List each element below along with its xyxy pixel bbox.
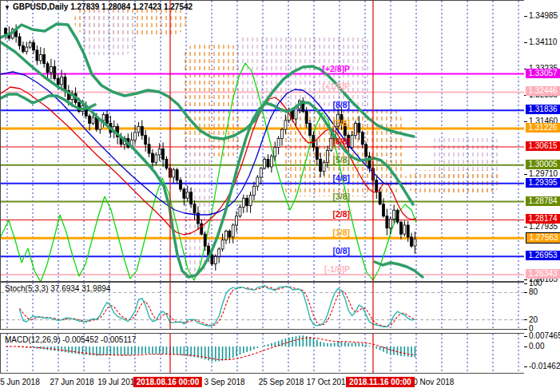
murrey-level-label: [-1/8]P bbox=[324, 264, 350, 274]
candlestick bbox=[375, 180, 378, 192]
candlestick bbox=[277, 138, 280, 147]
candlestick bbox=[383, 204, 385, 216]
candlestick bbox=[284, 121, 287, 129]
murrey-level-label: [2/8] bbox=[332, 209, 350, 219]
candlestick bbox=[326, 150, 328, 162]
candlestick bbox=[95, 117, 97, 129]
price-axis[interactable]: 1.349851.341101.332351.323551.314601.297… bbox=[524, 0, 560, 392]
candlestick bbox=[309, 124, 312, 136]
candlestick bbox=[414, 239, 416, 246]
candlestick bbox=[183, 189, 185, 198]
candlestick bbox=[190, 192, 193, 204]
candlestick bbox=[232, 225, 234, 237]
candlestick bbox=[264, 160, 266, 168]
candlestick bbox=[137, 126, 140, 132]
candlestick bbox=[61, 77, 63, 85]
price-level-badge: 1.30615 bbox=[526, 141, 560, 151]
candlestick bbox=[54, 66, 56, 78]
symbol-dropdown-arrow-icon[interactable]: ▼ bbox=[4, 4, 10, 11]
candlestick bbox=[270, 156, 272, 167]
chart-title: ▼GBPUSD,Daily 1.27839 1.28084 1.27423 1.… bbox=[4, 2, 193, 11]
candlestick bbox=[358, 124, 360, 133]
thistle-hatch-cloud bbox=[81, 10, 135, 55]
time-axis-label: 17 Oct 2018 bbox=[307, 378, 350, 386]
time-axis-event-badge: 2018.11.16 00:00 bbox=[346, 377, 415, 387]
candlestick bbox=[386, 216, 388, 228]
candlestick bbox=[89, 116, 91, 123]
candlestick bbox=[320, 160, 322, 172]
candlestick bbox=[305, 112, 308, 124]
candlestick bbox=[186, 192, 189, 198]
candlestick bbox=[379, 192, 381, 204]
candlestick bbox=[36, 50, 38, 61]
price-level-badge: 1.32446 bbox=[526, 86, 560, 96]
price-axis-label: 1.34985 bbox=[524, 11, 560, 20]
candlestick bbox=[64, 77, 66, 91]
candlestick bbox=[249, 195, 252, 205]
candlestick bbox=[361, 133, 363, 145]
candlestick bbox=[50, 66, 52, 72]
stochastic-panel[interactable]: Stoch(5,3,3) 37.6934 31.9894 bbox=[0, 282, 526, 330]
candlestick bbox=[323, 162, 325, 171]
candlestick bbox=[148, 145, 150, 153]
stochastic-label: Stoch(5,3,3) 37.6934 31.9894 bbox=[5, 284, 110, 293]
time-axis-label: 5 Jun 2018 bbox=[0, 378, 40, 386]
candlestick bbox=[355, 124, 357, 136]
candlestick bbox=[396, 210, 399, 222]
murrey-level-label: [+2/8]P bbox=[322, 64, 350, 73]
candlestick bbox=[165, 160, 168, 168]
murrey-level-label: [4/8] bbox=[332, 173, 350, 183]
candlestick bbox=[155, 155, 157, 162]
candlestick bbox=[316, 148, 318, 160]
candlestick bbox=[180, 180, 182, 189]
candlestick bbox=[393, 210, 395, 219]
candlestick bbox=[403, 225, 406, 234]
candlestick bbox=[236, 216, 238, 225]
candlestick bbox=[246, 198, 248, 205]
candlestick bbox=[145, 136, 147, 145]
price-level-badge: 1.26953 bbox=[526, 251, 560, 260]
price-level-badge: 1.26343 bbox=[526, 269, 560, 279]
candlestick bbox=[151, 153, 153, 162]
candlestick bbox=[176, 170, 178, 180]
candlestick bbox=[221, 240, 224, 249]
time-axis[interactable]: 5 Jun 201827 Jun 201819 Jul 20183 Sep 20… bbox=[0, 374, 524, 392]
candlestick bbox=[295, 109, 297, 119]
candlestick bbox=[242, 198, 244, 207]
candlestick bbox=[228, 231, 231, 236]
candlestick bbox=[211, 255, 213, 263]
murrey-level-label: [8/8] bbox=[332, 100, 350, 109]
candlestick bbox=[193, 204, 196, 213]
candlestick bbox=[102, 114, 105, 120]
candlestick bbox=[39, 54, 42, 60]
price-chart-area[interactable]: [+2/8]P[+1/8]P[8/8][7/8][6/8][5/8][4/8][… bbox=[0, 0, 526, 282]
candlestick bbox=[239, 207, 241, 216]
candlestick bbox=[407, 225, 409, 237]
price-chart-canvas: [+2/8]P[+1/8]P[8/8][7/8][6/8][5/8][4/8][… bbox=[1, 1, 525, 281]
time-axis-label: 30 Nov 2018 bbox=[409, 378, 455, 386]
candlestick bbox=[46, 64, 49, 73]
candlestick bbox=[158, 148, 161, 154]
price-axis-label: 1.29710 bbox=[524, 169, 560, 178]
macd-label: MACD(12,26,9) -0.005452 -0.005117 bbox=[5, 335, 136, 344]
symbol-ohlc-text: GBPUSD,Daily 1.27839 1.28084 1.27423 1.2… bbox=[13, 2, 193, 11]
candlestick bbox=[33, 42, 35, 49]
murrey-level-label: [3/8] bbox=[332, 192, 350, 201]
price-level-badge: 1.28784 bbox=[526, 196, 560, 206]
candlestick bbox=[256, 177, 259, 186]
candlestick bbox=[57, 78, 59, 84]
murrey-level-label: [0/8] bbox=[332, 246, 350, 255]
time-axis-label: 3 Sep 2018 bbox=[204, 378, 244, 386]
time-axis-event-badge: 2018.08.16 00:00 bbox=[133, 377, 202, 387]
candlestick bbox=[26, 47, 28, 52]
candlestick bbox=[351, 136, 353, 148]
candlestick bbox=[411, 237, 413, 246]
macd-panel[interactable]: MACD(12,26,9) -0.005452 -0.005117 bbox=[0, 333, 526, 374]
candlestick bbox=[92, 117, 94, 123]
candlestick bbox=[106, 114, 109, 123]
price-level-badge: 1.29395 bbox=[526, 178, 560, 188]
orange-hatch-cloud bbox=[404, 170, 500, 192]
candlestick bbox=[141, 126, 143, 135]
candlestick bbox=[18, 37, 21, 46]
price-axis-label: 1.34110 bbox=[524, 38, 560, 46]
